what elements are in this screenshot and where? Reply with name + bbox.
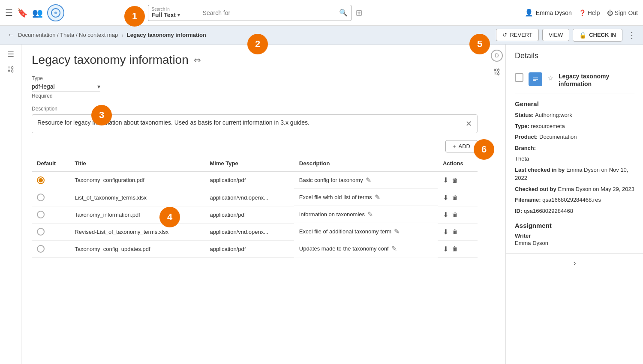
- view-label: VIEW: [549, 32, 563, 38]
- search-input[interactable]: [203, 9, 337, 16]
- mimetype-cell: application/vnd.openx...: [204, 223, 294, 240]
- delete-icon[interactable]: 🗑: [452, 228, 458, 235]
- item-checkbox[interactable]: [515, 73, 523, 82]
- panel-footer[interactable]: ›: [506, 253, 643, 273]
- radio-button[interactable]: [37, 211, 45, 218]
- right-panel-icons: D ⛓: [488, 45, 506, 364]
- delete-icon[interactable]: 🗑: [452, 194, 458, 201]
- search-in-selector[interactable]: Search in Full Text ▾: [148, 5, 199, 21]
- filename-value: qsa1668029284468.res: [542, 197, 601, 203]
- title-cell: Revised-List_of_taxonomy_terms.xlsx: [69, 223, 204, 240]
- col-header-mimetype: Mime Type: [204, 156, 294, 171]
- type-select[interactable]: pdf-legal ▾: [32, 83, 100, 92]
- right-panel-inner: Details ☆ Legacy taxonomy information Ge…: [506, 45, 643, 253]
- mimetype-cell: application/pdf: [204, 171, 294, 189]
- product-row: Product: Documentation: [515, 133, 634, 141]
- user-name: Emma Dyson: [536, 9, 572, 16]
- more-options-icon[interactable]: ⋮: [628, 30, 636, 40]
- download-icon[interactable]: ⬇: [443, 228, 448, 236]
- id-value: qsa1668029284468: [524, 208, 573, 214]
- action-icons: ⬇🗑: [443, 245, 472, 253]
- radio-button[interactable]: [37, 176, 45, 184]
- delete-icon[interactable]: 🗑: [452, 211, 458, 218]
- download-icon[interactable]: ⬇: [443, 211, 448, 219]
- table-row: List_of_taxonomy_terms.xlsxapplication/v…: [32, 189, 478, 206]
- detail-type-label: Type:: [515, 123, 529, 129]
- edit-description-icon[interactable]: ✎: [367, 210, 373, 218]
- filename-row: Filename: qsa1668029284468.res: [515, 196, 634, 204]
- rp-d-icon[interactable]: D: [491, 50, 503, 62]
- table-row: Revised-List_of_taxonomy_terms.xlsxappli…: [32, 223, 478, 240]
- type-label: Type: [32, 75, 478, 81]
- sign-out-button[interactable]: ⏻ Sign Out: [607, 9, 638, 16]
- delete-icon[interactable]: 🗑: [452, 177, 458, 184]
- mimetype-cell: application/pdf: [204, 206, 294, 223]
- id-row: ID: qsa1668029284468: [515, 207, 634, 215]
- item-name: Legacy taxonomy information: [559, 72, 634, 88]
- sidebar-link-icon[interactable]: ⛓: [7, 65, 15, 74]
- check-in-button[interactable]: 🔒 CHECK IN: [573, 29, 622, 42]
- file-icon: [529, 72, 542, 86]
- description-clear-icon[interactable]: ✕: [466, 119, 472, 128]
- chevron-right-icon: ›: [574, 259, 576, 268]
- default-cell: [32, 223, 69, 240]
- add-button[interactable]: + ADD: [445, 140, 478, 152]
- edit-description-icon[interactable]: ✎: [366, 176, 371, 184]
- actions-cell: ⬇🗑: [438, 206, 478, 223]
- download-icon[interactable]: ⬇: [443, 194, 448, 202]
- mimetype-cell: application/vnd.openx...: [204, 189, 294, 206]
- user-info: 👤 Emma Dyson: [525, 9, 572, 17]
- edit-description-icon[interactable]: ✎: [391, 245, 397, 253]
- radio-button[interactable]: [37, 194, 45, 201]
- title-cell: List_of_taxonomy_terms.xlsx: [69, 189, 204, 206]
- download-icon[interactable]: ⬇: [443, 176, 448, 184]
- radio-button[interactable]: [37, 228, 45, 236]
- search-area: Search in Full Text ▾ 🔍 ⊞: [148, 5, 362, 21]
- hamburger-icon[interactable]: ☰: [5, 8, 13, 18]
- last-checked-in-row: Last checked in by Emma Dyson on Nov 10,…: [515, 166, 634, 182]
- bookmark-icon[interactable]: 🔖: [17, 8, 28, 18]
- branch-label: Branch:: [515, 145, 536, 151]
- actions-cell: ⬇🗑: [438, 240, 478, 257]
- col-header-title: Title: [69, 156, 204, 171]
- search-dropdown-arrow-icon: ▾: [177, 8, 180, 18]
- type-select-value: pdf-legal: [32, 83, 55, 90]
- power-icon: ⏻: [607, 9, 613, 16]
- check-in-label: CHECK IN: [589, 32, 616, 38]
- resize-icon[interactable]: ⇔: [194, 55, 201, 65]
- assignment-role: Writer: [515, 233, 634, 239]
- download-icon[interactable]: ⬇: [443, 245, 448, 253]
- search-icon[interactable]: 🔍: [339, 9, 348, 17]
- rp-links-icon[interactable]: ⛓: [493, 68, 501, 77]
- type-required: Required: [32, 93, 478, 99]
- delete-icon[interactable]: 🗑: [452, 245, 458, 252]
- logo-icon[interactable]: [47, 4, 64, 21]
- branch-value: Theta: [515, 155, 529, 162]
- star-icon[interactable]: ☆: [547, 74, 553, 82]
- breadcrumb-actions: ↺ REVERT VIEW 🔒 CHECK IN ⋮: [496, 29, 636, 42]
- view-button[interactable]: VIEW: [542, 29, 569, 41]
- help-label: Help: [588, 9, 600, 16]
- radio-button[interactable]: [37, 245, 45, 253]
- panel-title: Details: [515, 51, 538, 60]
- sign-out-label: Sign Out: [615, 9, 638, 16]
- status-value: Authoring:work: [535, 112, 572, 118]
- action-icons: ⬇🗑: [443, 211, 472, 219]
- default-cell: [32, 189, 69, 206]
- back-button[interactable]: ←: [7, 30, 15, 39]
- add-label: ADD: [459, 143, 470, 149]
- sidebar-stack-icon[interactable]: ☰: [7, 50, 14, 59]
- edit-description-icon[interactable]: ✎: [394, 227, 400, 236]
- title-cell: Taxonomy_information.pdf: [69, 206, 204, 223]
- col-header-description: Description: [294, 156, 438, 171]
- lock-icon: 🔒: [579, 32, 586, 39]
- revert-button[interactable]: ↺ REVERT: [496, 29, 539, 41]
- horizontal-scrollbar[interactable]: [32, 260, 478, 265]
- users-icon[interactable]: 👥: [32, 8, 43, 18]
- action-icons: ⬇🗑: [443, 176, 472, 184]
- help-button[interactable]: ❓ Help: [579, 9, 600, 16]
- edit-description-icon[interactable]: ✎: [375, 193, 380, 201]
- search-in-label: Search in: [152, 7, 170, 12]
- add-row: + ADD: [32, 140, 478, 152]
- filter-icon[interactable]: ⊞: [356, 8, 362, 18]
